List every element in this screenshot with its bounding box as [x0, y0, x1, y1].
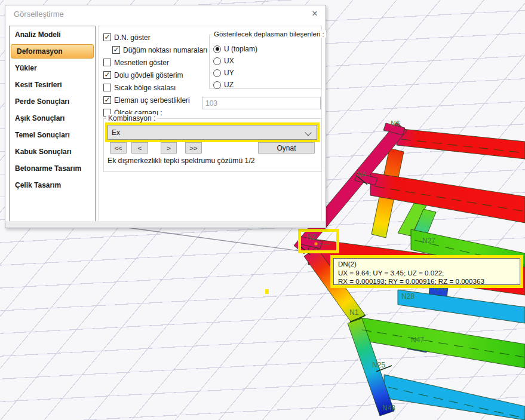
tooltip-highlight-box: DN(2) UX = 9.64; UY = 3.45; UZ = 0.022; … — [330, 255, 523, 288]
combination-group: Kombinasyon : Ex << < > >> Oynat Ek dışm… — [103, 118, 322, 172]
displacement-component-group: Gösterilecek deplasman bileşenleri : U (… — [209, 35, 322, 89]
checkbox-eleman-u-serbestlikleri[interactable] — [103, 96, 111, 104]
visualization-dialog: Görselleştirme × Analiz ModeliDeformasyo… — [5, 5, 326, 228]
next-button[interactable]: > — [161, 142, 177, 154]
node-label-n47: N47 — [411, 336, 424, 344]
application-window: N6N4N2N27N28N49N1N47N25N48 DN(2) UX = 9.… — [0, 0, 525, 420]
radio-label: U (toplam) — [224, 45, 257, 53]
displacement-radios: U (toplam)UXUYUZ — [213, 43, 257, 91]
scale-factor-input[interactable] — [202, 97, 321, 109]
sidebar-item-a-k-sonu-lar[interactable]: Aşık Sonuçları — [10, 110, 95, 127]
node-label-n1: N1 — [349, 308, 359, 317]
node-result-tooltip: DN(2) UX = 9.64; UY = 3.45; UZ = 0.022; … — [333, 258, 520, 285]
sidebar-item-kabuk-sonu-lar[interactable]: Kabuk Sonuçları — [10, 143, 95, 160]
combination-group-label: Kombinasyon : — [106, 114, 157, 122]
checkbox-mesnetleri-g-ster[interactable] — [103, 59, 111, 66]
sidebar-item-analiz-modeli[interactable]: Analiz Modeli — [10, 26, 95, 43]
tooltip-translations: UX = 9.64; UY = 3.45; UZ = 0.022; — [338, 269, 515, 278]
checkbox-s-cak-b-lge-skalas[interactable] — [103, 84, 111, 91]
radio-uy[interactable] — [213, 69, 221, 77]
tooltip-rotations: RX = 0.000193; RY = 0.000916; RZ = 0.000… — [338, 277, 515, 286]
radio-uz[interactable] — [213, 81, 221, 89]
tooltip-node-id: DN(2) — [338, 260, 515, 269]
node-label-n27: N27 — [422, 237, 435, 245]
dialog-title: Görselleştirme — [14, 10, 64, 19]
sidebar-item-perde-sonu-lar[interactable]: Perde Sonuçları — [10, 93, 95, 110]
combination-dropdown[interactable]: Ex — [108, 125, 317, 140]
node-label-n28: N28 — [401, 292, 415, 301]
displacement-group-label: Gösterilecek deplasman bileşenleri : — [212, 30, 326, 38]
chevron-down-icon — [305, 129, 311, 136]
option-row-mesnetleri-g-ster: Mesnetleri göster — [103, 56, 207, 69]
option-row-eleman-u-serbestlikleri: Eleman uç serbestlikleri — [103, 94, 207, 106]
radio-label: UX — [224, 57, 234, 65]
node-label-n4: N4 — [357, 170, 367, 179]
last-button[interactable]: >> — [185, 142, 202, 154]
radio-ux[interactable] — [213, 57, 221, 65]
combination-highlight-box: Ex — [105, 122, 320, 142]
sidebar-item-kesit-tesirleri[interactable]: Kesit Tesirleri — [10, 76, 95, 93]
node-label-n6: N6 — [391, 119, 400, 128]
option-row-dolu-g-vdeli-g-sterim: Dolu gövdeli gösterim — [103, 69, 207, 81]
checkbox-label: Düğüm noktası numaraları — [123, 46, 207, 54]
option-row-d-n-g-ster: D.N. göster — [103, 31, 207, 44]
radio-u-toplam[interactable] — [213, 45, 221, 53]
node-highlight-box — [298, 229, 339, 253]
radio-row-uz: UZ — [213, 79, 257, 91]
checkbox-label: Sıcak bölge skalası — [114, 84, 176, 92]
radio-row-u-toplam: U (toplam) — [213, 43, 257, 55]
checkbox-label: D.N. göster — [114, 33, 151, 42]
checkbox-d-n-g-ster[interactable] — [103, 33, 111, 41]
category-list: Analiz ModeliDeformasyonYüklerKesit Tesi… — [9, 26, 96, 222]
node-label-n48: N48 — [382, 404, 395, 412]
radio-row-uy: UY — [213, 67, 257, 79]
sidebar-item-temel-sonu-lar[interactable]: Temel Sonuçları — [10, 127, 95, 143]
sidebar-item-y-kler[interactable]: Yükler — [10, 60, 95, 76]
display-options: D.N. gösterDüğüm noktası numaralarıMesne… — [103, 31, 207, 119]
checkbox-label: Mesnetleri göster — [114, 59, 169, 67]
checkbox-label: Eleman uç serbestlikleri — [114, 96, 190, 105]
sidebar-item-elik-tasar-m[interactable]: Çelik Tasarım — [10, 177, 95, 194]
first-button[interactable]: << — [110, 142, 127, 154]
option-row-d-m-noktas-numaralar: Düğüm noktası numaraları — [103, 44, 207, 56]
dialog-bottom-strip — [5, 221, 326, 228]
checkbox-d-m-noktas-numaralar[interactable] — [112, 46, 120, 54]
sidebar-item-betonarme-tasar-m[interactable]: Betonarme Tasarım — [10, 160, 95, 177]
sidebar-item-deformasyon[interactable]: Deformasyon — [11, 44, 94, 59]
close-icon[interactable]: × — [309, 8, 321, 20]
node-label-n25: N25 — [372, 361, 385, 369]
radio-row-ux: UX — [213, 55, 257, 67]
cursor-artifact — [265, 289, 269, 294]
radio-label: UY — [224, 69, 234, 77]
combination-status-text: Ek dışmerkezlikli tepki spektrumu çözümü… — [108, 157, 255, 165]
radio-label: UZ — [224, 81, 234, 89]
combination-value: Ex — [112, 128, 120, 137]
checkbox-dolu-g-vdeli-g-sterim[interactable] — [103, 71, 111, 79]
option-row-s-cak-b-lge-skalas: Sıcak bölge skalası — [103, 81, 207, 94]
play-button[interactable]: Oynat — [258, 142, 315, 154]
previous-button[interactable]: < — [131, 142, 148, 154]
checkbox-label: Dolu gövdeli gösterim — [114, 71, 183, 79]
